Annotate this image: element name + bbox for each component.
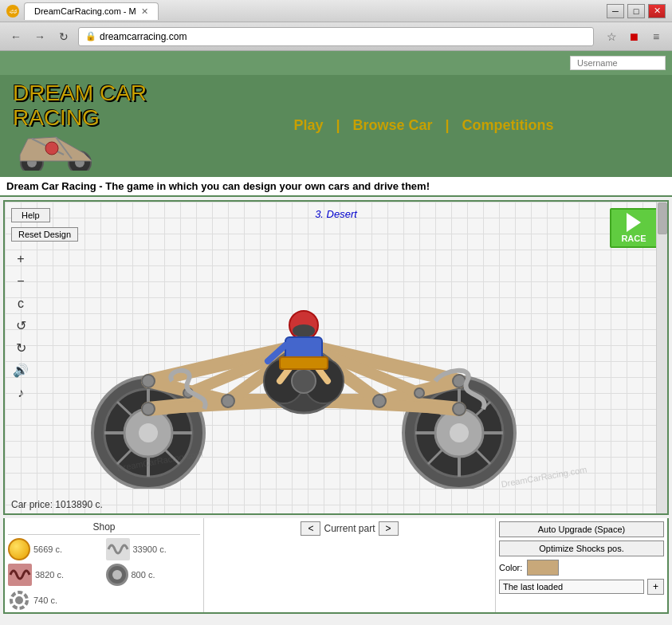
shop-panel: Shop 5669 c. 33900 c. 3: [5, 518, 204, 612]
refresh-button[interactable]: ↻: [54, 27, 73, 46]
current-part-header: < Current part >: [301, 521, 398, 536]
wheel-icon: [106, 564, 128, 586]
race-label: RACE: [621, 234, 646, 243]
back-button[interactable]: ←: [6, 27, 26, 46]
page-header: Dream Car Racing Play | Browse Car | Com…: [0, 75, 672, 177]
shop-item-gear[interactable]: 740 c.: [8, 589, 103, 611]
shop-item-spring2[interactable]: 3820 c.: [8, 564, 103, 586]
browser-toolbar: ← → ↻ 🔒 dreamcarracing.com ☆ ⏹ ≡: [0, 22, 672, 51]
color-row: Color:: [499, 560, 664, 576]
close-button[interactable]: ✕: [648, 4, 666, 18]
svg-point-51: [373, 395, 386, 407]
logo-area: Dream Car Racing: [13, 81, 188, 171]
last-loaded-input[interactable]: [499, 580, 644, 594]
current-part-panel: < Current part >: [204, 518, 496, 612]
help-button[interactable]: Help: [11, 208, 50, 222]
nav-links: Play | Browse Car | Competitions: [188, 117, 659, 134]
color-swatch[interactable]: [527, 560, 559, 576]
browser-titlebar: 🏎 DreamCarRacing.com - M ✕ ─ □ ✕: [0, 0, 672, 22]
favicon-icon: 🏎: [6, 5, 19, 18]
stop-icon[interactable]: ⏹: [624, 27, 643, 46]
color-label: Color:: [499, 563, 522, 572]
svg-point-69: [15, 596, 23, 604]
username-bar: [0, 51, 672, 75]
lock-icon: 🔒: [85, 31, 96, 41]
svg-point-59: [292, 369, 316, 393]
svg-point-45: [142, 375, 155, 387]
next-part-button[interactable]: >: [379, 521, 399, 536]
menu-icon[interactable]: ≡: [646, 27, 666, 46]
reset-design-button[interactable]: Reset Design: [11, 227, 78, 242]
music-tool-button[interactable]: ♪: [11, 383, 30, 403]
bookmark-icon[interactable]: ☆: [602, 27, 621, 46]
svg-point-11: [139, 423, 158, 442]
logo-line1: Dream Car: [13, 81, 188, 106]
car-illustration: [69, 242, 547, 492]
right-panel: Auto Upgrade (Space) Optimize Shocks pos…: [496, 518, 667, 612]
username-input[interactable]: [570, 56, 666, 70]
circle-icon: [8, 538, 30, 560]
nav-browse-car[interactable]: Browse Car: [352, 117, 432, 134]
shop-grid: 5669 c. 33900 c. 3820 c.: [8, 538, 200, 611]
forward-button[interactable]: →: [30, 27, 49, 46]
svg-point-7: [45, 142, 58, 155]
spring1-icon: [106, 538, 130, 560]
svg-point-54: [415, 388, 424, 398]
gear-price: 740 c.: [33, 596, 57, 605]
spring2-icon: [8, 564, 32, 586]
tab-close-icon[interactable]: ✕: [141, 6, 148, 17]
car-price: Car price: 1013890 c.: [11, 499, 103, 510]
url-text: dreamcarracing.com: [100, 31, 187, 42]
nav-play[interactable]: Play: [293, 117, 323, 134]
svg-point-50: [222, 395, 234, 407]
add-tool-button[interactable]: +: [11, 250, 30, 269]
svg-rect-66: [280, 357, 328, 369]
gear-icon: [8, 589, 30, 611]
wheel-inner: [112, 570, 122, 580]
spring1-price: 33900 c.: [133, 544, 167, 554]
auto-upgrade-button[interactable]: Auto Upgrade (Space): [499, 521, 664, 537]
shop-item-circle[interactable]: 5669 c.: [8, 538, 103, 560]
copy-tool-button[interactable]: c: [11, 294, 30, 313]
svg-point-23: [450, 423, 469, 442]
logo-line2: Racing: [13, 106, 188, 171]
current-part-label: Current part: [324, 523, 375, 534]
svg-point-48: [453, 403, 466, 415]
optimize-shocks-button[interactable]: Optimize Shocks pos.: [499, 540, 664, 556]
address-bar[interactable]: 🔒 dreamcarracing.com: [78, 27, 594, 46]
browser-tab[interactable]: DreamCarRacing.com - M ✕: [24, 2, 159, 20]
scroll-thumb[interactable]: [658, 202, 667, 234]
left-toolbar: + − c ↺ ↻ 🔊 ♪: [11, 250, 30, 403]
last-loaded-row: +: [499, 579, 664, 595]
sound-tool-button[interactable]: 🔊: [11, 361, 30, 380]
minimize-button[interactable]: ─: [607, 4, 624, 18]
nav-competitions[interactable]: Competitions: [462, 117, 554, 134]
prev-part-button[interactable]: <: [301, 521, 320, 536]
race-play-icon: [627, 213, 641, 232]
game-container: Help Reset Design 3. Desert RACE + − c ↺…: [3, 200, 669, 515]
wheel-price: 800 c.: [132, 570, 155, 580]
bottom-panel: Shop 5669 c. 33900 c. 3: [3, 518, 669, 614]
spring2-price: 3820 c.: [35, 570, 64, 580]
redo-tool-button[interactable]: ↻: [11, 339, 30, 358]
svg-point-61: [293, 324, 315, 337]
shop-item-wheel[interactable]: 800 c.: [106, 564, 201, 586]
svg-point-46: [142, 403, 155, 415]
tagline: Dream Car Racing - The game in which you…: [0, 177, 672, 197]
toolbar-icons: ☆ ⏹ ≡: [602, 27, 666, 46]
vertical-scrollbar[interactable]: [656, 202, 667, 513]
plus-button[interactable]: +: [647, 579, 664, 595]
tab-title: DreamCarRacing.com - M: [34, 6, 136, 16]
remove-tool-button[interactable]: −: [11, 272, 30, 291]
window-controls: ─ □ ✕: [607, 4, 666, 18]
race-button[interactable]: RACE: [610, 208, 658, 248]
level-label: 3. Desert: [315, 208, 357, 220]
circle-price: 5669 c.: [33, 544, 62, 554]
shop-title: Shop: [8, 521, 200, 535]
undo-tool-button[interactable]: ↺: [11, 316, 30, 336]
maximize-button[interactable]: □: [627, 4, 645, 18]
shop-item-spring1[interactable]: 33900 c.: [106, 538, 201, 560]
